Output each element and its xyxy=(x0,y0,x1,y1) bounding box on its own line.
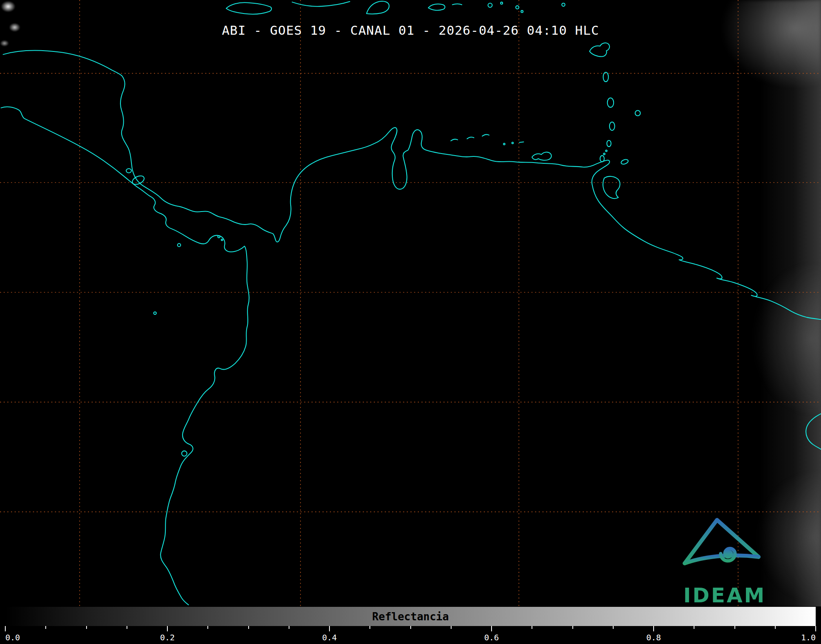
colorbar-tick-label: 0.6 xyxy=(484,633,499,642)
map-area: ABI - GOES 19 - CANAL 01 - 2026-04-26 04… xyxy=(0,0,821,606)
colorbar-tick-label: 0.8 xyxy=(646,633,661,642)
colorbar-tick xyxy=(5,626,6,631)
coastline-caribbean xyxy=(3,51,821,320)
colorbar-tick xyxy=(86,626,87,629)
coastline-pacific xyxy=(1,107,249,605)
colorbar-gradient: Reflectancia xyxy=(5,607,816,626)
colorbar: Reflectancia 0.00.20.40.60.81.0 xyxy=(0,607,821,644)
goes-satellite-product: ABI - GOES 19 - CANAL 01 - 2026-04-26 04… xyxy=(0,0,821,644)
colorbar-tick-label: 0.4 xyxy=(322,633,337,642)
colorbar-tick-label: 0.2 xyxy=(160,633,175,642)
colorbar-tick xyxy=(653,626,654,631)
colorbar-tick xyxy=(289,626,289,629)
ideam-logo: IDEAM xyxy=(677,509,772,606)
colorbar-tick xyxy=(45,626,46,629)
colorbar-tick-labels: 0.00.20.40.60.81.0 xyxy=(5,632,816,644)
colorbar-tick-label: 0.0 xyxy=(5,633,20,642)
colorbar-tick xyxy=(613,626,614,629)
colorbar-tick xyxy=(248,626,249,629)
coastline-islands xyxy=(226,1,821,449)
colorbar-tick xyxy=(491,626,492,631)
colorbar-tick xyxy=(572,626,573,629)
colorbar-ticks xyxy=(5,626,816,632)
colorbar-tick xyxy=(167,626,168,631)
colorbar-tick xyxy=(734,626,735,629)
colorbar-tick-label: 1.0 xyxy=(801,633,816,642)
colorbar-tick xyxy=(451,626,452,629)
colorbar-tick xyxy=(369,626,370,629)
colorbar-tick xyxy=(127,626,127,629)
colorbar-tick xyxy=(532,626,532,629)
colorbar-tick xyxy=(775,626,776,629)
colorbar-tick xyxy=(410,626,411,629)
ideam-logo-mark xyxy=(681,509,769,583)
colorbar-tick xyxy=(694,626,694,629)
colorbar-tick xyxy=(207,626,208,629)
colorbar-label: Reflectancia xyxy=(372,611,449,623)
small-islands xyxy=(126,2,640,456)
colorbar-tick xyxy=(329,626,330,631)
image-title: ABI - GOES 19 - CANAL 01 - 2026-04-26 04… xyxy=(0,23,821,38)
ideam-logo-text: IDEAM xyxy=(677,584,772,606)
colorbar-tick xyxy=(815,626,816,631)
